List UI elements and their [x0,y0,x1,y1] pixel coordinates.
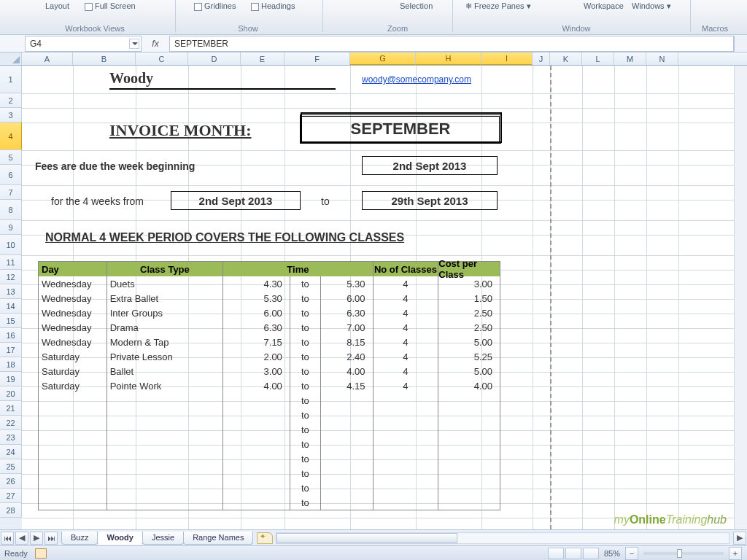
col-header-J[interactable]: J [533,52,550,65]
row-header-12[interactable]: 12 [0,270,22,284]
table-row[interactable]: to [39,495,500,510]
spreadsheet-grid[interactable]: 1234567891011121314151617181920212223242… [0,66,747,529]
layout-button[interactable]: Layout [45,1,69,10]
row-header-11[interactable]: 11 [0,255,22,270]
tab-nav-last[interactable]: ⏭ [44,532,58,545]
table-row[interactable]: to [39,481,500,495]
zoom-in-icon[interactable]: + [729,547,742,560]
windows-button[interactable]: Windows ▾ [632,1,671,11]
row-header-18[interactable]: 18 [0,357,22,372]
sheet-tab-woody[interactable]: Woody [97,532,142,545]
full-screen-button[interactable]: Full Screen [85,1,136,11]
col-header-F[interactable]: F [285,52,350,65]
tab-nav-prev[interactable]: ◀ [15,532,28,545]
row-header-20[interactable]: 20 [0,386,22,401]
from-date[interactable]: 2nd Sept 2013 [171,191,301,210]
name-box[interactable]: G4 [25,36,142,52]
row-header-28[interactable]: 28 [0,503,22,518]
table-row[interactable]: WednesdayModern & Tap7.15to8.1545.00 [39,335,500,349]
table-row[interactable]: to [39,393,500,408]
tab-nav-first[interactable]: ⏮ [1,532,14,545]
zoom-value[interactable]: 85% [604,549,620,558]
workspace-button[interactable]: Workspace [584,1,624,10]
table-row[interactable]: SaturdayBallet3.00to4.0045.00 [39,364,500,378]
dropdown-icon[interactable] [129,39,139,49]
zoom-slider[interactable] [643,552,724,555]
col-header-H[interactable]: H [416,52,481,65]
horizontal-scrollbar[interactable] [276,532,729,544]
col-header-C[interactable]: C [136,52,188,65]
table-row[interactable]: WednesdayInter Groups6.00to6.3042.50 [39,306,500,320]
col-header-E[interactable]: E [241,52,285,65]
row-header-26[interactable]: 26 [0,474,22,489]
row-header-23[interactable]: 23 [0,430,22,445]
table-row[interactable]: WednesdayDuets4.30to5.3043.00 [39,276,500,291]
col-header-N[interactable]: N [646,52,678,65]
col-header-I[interactable]: I [481,52,533,65]
col-header-D[interactable]: D [188,52,241,65]
insert-sheet-icon[interactable] [257,532,273,544]
row-header-10[interactable]: 10 [0,235,22,255]
formula-expand-icon[interactable] [734,36,747,52]
row-header-25[interactable]: 25 [0,459,22,474]
formula-input[interactable]: SEPTEMBER [169,36,734,52]
row-header-7[interactable]: 7 [0,185,22,200]
row-header-19[interactable]: 19 [0,372,22,386]
row-header-6[interactable]: 6 [0,165,22,185]
table-row[interactable]: to [39,451,500,466]
gridlines-toggle[interactable]: Gridlines [194,1,236,11]
row-header-17[interactable]: 17 [0,343,22,357]
fees-due-date[interactable]: 2nd Sept 2013 [362,156,498,175]
row-header-15[interactable]: 15 [0,314,22,328]
table-row[interactable]: to [39,437,500,451]
sheet-tab-range-names[interactable]: Range Names [183,532,253,545]
col-header-L[interactable]: L [582,52,614,65]
tab-nav-next[interactable]: ▶ [30,532,43,545]
zoom-thumb[interactable] [677,549,682,558]
row-header-4[interactable]: 4 [0,122,22,150]
row-header-22[interactable]: 22 [0,416,22,430]
row-header-13[interactable]: 13 [0,284,22,299]
to-date[interactable]: 29th Sept 2013 [362,191,498,210]
sheet-tab-jessie[interactable]: Jessie [142,532,184,545]
row-header-1[interactable]: 1 [0,66,22,93]
email-link[interactable]: woody@somecompany.com [362,74,471,85]
scroll-right-icon[interactable]: ▶ [733,532,746,545]
table-row[interactable]: SaturdayPointe Work4.00to4.1544.00 [39,378,500,393]
vertical-scrollbar[interactable] [734,66,747,529]
row-header-2[interactable]: 2 [0,93,22,108]
zoom-selection-button[interactable]: Selection [400,1,433,10]
table-row[interactable]: to [39,408,500,422]
row-header-27[interactable]: 27 [0,489,22,503]
scroll-thumb[interactable] [276,533,457,543]
col-header-A[interactable]: A [22,52,73,65]
row-header-16[interactable]: 16 [0,328,22,343]
table-row[interactable]: to [39,466,500,481]
select-all-corner[interactable] [0,52,22,65]
row-header-24[interactable]: 24 [0,445,22,459]
freeze-panes-button[interactable]: ❄ Freeze Panes ▾ [465,1,531,11]
col-header-K[interactable]: K [550,52,582,65]
table-row[interactable]: WednesdayDrama6.30to7.0042.50 [39,320,500,335]
view-normal-icon[interactable] [548,548,564,559]
table-row[interactable]: SaturdayPrivate Lesson2.00to2.4045.25 [39,349,500,364]
table-row[interactable]: to [39,422,500,437]
row-header-8[interactable]: 8 [0,200,22,220]
fx-icon[interactable]: fx [142,39,169,49]
col-header-G[interactable]: G [350,52,416,65]
table-row[interactable]: WednesdayExtra Ballet5.30to6.0041.50 [39,291,500,306]
zoom-out-icon[interactable]: − [625,547,638,560]
sheet-tab-buzz[interactable]: Buzz [61,532,98,545]
row-header-14[interactable]: 14 [0,299,22,314]
col-header-B[interactable]: B [73,52,136,65]
row-header-9[interactable]: 9 [0,220,22,235]
cells-area[interactable]: Woody woody@somecompany.com INVOICE MONT… [22,66,747,529]
headings-toggle[interactable]: Headings [251,1,295,11]
macro-record-icon[interactable] [35,548,47,559]
col-header-M[interactable]: M [614,52,646,65]
row-header-3[interactable]: 3 [0,108,22,122]
view-page-layout-icon[interactable] [565,548,581,559]
row-header-21[interactable]: 21 [0,401,22,416]
row-header-5[interactable]: 5 [0,150,22,165]
view-page-break-icon[interactable] [583,548,599,559]
